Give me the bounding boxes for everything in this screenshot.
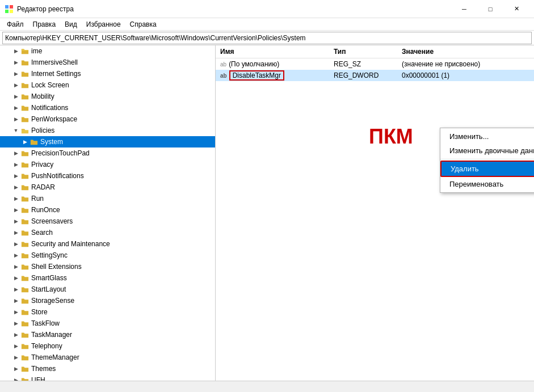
tree-label: Internet Settings bbox=[31, 70, 81, 78]
tree-item-telephony[interactable]: ▶ Telephony bbox=[0, 340, 215, 352]
tree-item-store[interactable]: ▶ Store bbox=[0, 306, 215, 318]
folder-icon bbox=[20, 307, 30, 317]
tree-item-policies[interactable]: ▼ Policies bbox=[0, 125, 215, 136]
expand-icon: ▶ bbox=[11, 307, 20, 317]
tree-item-shellextensions[interactable]: ▶ Shell Extensions bbox=[0, 261, 215, 272]
content-header: Имя Тип Значение bbox=[216, 45, 534, 58]
expand-icon: ▶ bbox=[11, 115, 20, 124]
context-menu-edit[interactable]: Изменить... bbox=[440, 129, 534, 144]
folder-icon bbox=[20, 364, 30, 373]
menu-view[interactable]: Вид bbox=[60, 18, 82, 31]
tree-label: StorageSense bbox=[31, 297, 74, 305]
tree-item-penworkspace[interactable]: ▶ PenWorkspace bbox=[0, 113, 215, 125]
folder-icon bbox=[20, 171, 30, 180]
expand-icon: ▶ bbox=[11, 171, 20, 180]
tree-item-radar[interactable]: ▶ RADAR bbox=[0, 182, 215, 193]
tree-label: Notifications bbox=[31, 104, 68, 112]
tree-label: Themes bbox=[31, 365, 56, 373]
tree-item-ime[interactable]: ▶ ime bbox=[0, 45, 215, 57]
tree-label: Shell Extensions bbox=[31, 263, 82, 271]
expand-icon: ▶ bbox=[11, 273, 20, 283]
expand-icon: ▶ bbox=[11, 239, 20, 248]
tree-item-precisiontouchpad[interactable]: ▶ PrecisionTouchPad bbox=[0, 147, 215, 159]
folder-icon bbox=[20, 92, 30, 101]
default-value-icon: ab bbox=[220, 61, 226, 68]
context-menu-edit-binary[interactable]: Изменить двоичные данные... bbox=[440, 144, 534, 158]
tree-item-notifications[interactable]: ▶ Notifications bbox=[0, 102, 215, 113]
tree-item-taskmanager[interactable]: ▶ TaskManager bbox=[0, 329, 215, 340]
tree-label: RunOnce bbox=[31, 206, 60, 214]
tree-item-privacy[interactable]: ▶ Privacy bbox=[0, 159, 215, 170]
col-type-header: Тип bbox=[329, 47, 397, 57]
expand-icon: ▶ bbox=[11, 217, 20, 226]
tree-item-smartglass[interactable]: ▶ SmartGlass bbox=[0, 272, 215, 284]
tree-item-immersiveshell[interactable]: ▶ ImmersiveShell bbox=[0, 57, 215, 68]
tree-label: ime bbox=[31, 47, 42, 55]
minimize-button[interactable]: ─ bbox=[451, 0, 477, 18]
close-button[interactable]: ✕ bbox=[503, 0, 529, 18]
context-menu-delete[interactable]: Удалить bbox=[440, 161, 534, 177]
tree-label: ThemeManager bbox=[31, 353, 79, 361]
registry-row-default[interactable]: ab (По умолчанию) REG_SZ (значение не пр… bbox=[216, 58, 534, 70]
tree-item-pushnotifications[interactable]: ▶ PushNotifications bbox=[0, 170, 215, 182]
folder-icon bbox=[20, 262, 30, 271]
expand-icon: ▶ bbox=[11, 92, 20, 101]
folder-icon bbox=[20, 205, 30, 214]
folder-icon bbox=[30, 137, 39, 146]
expand-icon: ▶ bbox=[11, 81, 20, 90]
menu-favorites[interactable]: Избранное bbox=[82, 18, 125, 31]
tree-label: Store bbox=[31, 308, 48, 316]
tree-item-system[interactable]: ▶ System bbox=[0, 136, 215, 147]
tree-label: Security and Maintenance bbox=[31, 240, 110, 248]
folder-icon bbox=[20, 273, 30, 283]
tree-item-mobility[interactable]: ▶ Mobility bbox=[0, 91, 215, 102]
tree-label: SmartGlass bbox=[31, 274, 67, 282]
tree-label: Lock Screen bbox=[31, 81, 69, 89]
context-menu-rename[interactable]: Переименовать bbox=[440, 177, 534, 191]
menu-file[interactable]: Файл bbox=[2, 18, 28, 31]
col-name-header: Имя bbox=[216, 47, 329, 57]
folder-icon bbox=[20, 296, 30, 305]
expand-icon: ▶ bbox=[11, 103, 20, 112]
tree-item-internetsettings[interactable]: ▶ Internet Settings bbox=[0, 68, 215, 79]
window-controls: ─ □ ✕ bbox=[451, 0, 529, 18]
folder-icon bbox=[20, 81, 30, 90]
expand-icon: ▶ bbox=[11, 285, 20, 294]
tree-item-search[interactable]: ▶ Search bbox=[0, 227, 215, 238]
dword-icon: ab bbox=[220, 73, 227, 79]
folder-icon bbox=[20, 330, 30, 339]
address-text[interactable]: Компьютер\HKEY_CURRENT_USER\Software\Mic… bbox=[2, 32, 532, 44]
tree-item-storagesense[interactable]: ▶ StorageSense bbox=[0, 295, 215, 306]
tree-label: System bbox=[40, 138, 63, 146]
folder-icon bbox=[20, 342, 30, 351]
tree-item-securitymaintenance[interactable]: ▶ Security and Maintenance bbox=[0, 238, 215, 250]
folder-icon bbox=[20, 239, 30, 248]
expand-icon: ▼ bbox=[11, 126, 20, 135]
tree-item-run[interactable]: ▶ Run bbox=[0, 193, 215, 204]
tree-label: Mobility bbox=[31, 92, 54, 100]
tree-pane[interactable]: ▶ ime ▶ ImmersiveShell ▶ Internet Settin… bbox=[0, 45, 216, 381]
cell-value-default: (значение не присвоено) bbox=[397, 60, 534, 68]
tree-item-ufh[interactable]: ▶ UFH bbox=[0, 374, 215, 381]
tree-item-startlayout[interactable]: ▶ StartLayout bbox=[0, 284, 215, 295]
cell-name-disabletaskmgr: ab DisableTaskMgr bbox=[216, 70, 329, 81]
tree-item-taskflow[interactable]: ▶ TaskFlow bbox=[0, 318, 215, 329]
menu-help[interactable]: Справка bbox=[125, 18, 161, 31]
folder-icon bbox=[20, 183, 30, 192]
menu-edit[interactable]: Правка bbox=[28, 18, 61, 31]
tree-item-lockscreen[interactable]: ▶ Lock Screen bbox=[0, 79, 215, 91]
folder-icon bbox=[20, 217, 30, 226]
tree-item-runonce[interactable]: ▶ RunOnce bbox=[0, 204, 215, 216]
expand-icon: ▶ bbox=[11, 353, 20, 362]
folder-icon bbox=[20, 103, 30, 112]
maximize-button[interactable]: □ bbox=[477, 0, 503, 18]
tree-label: ImmersiveShell bbox=[31, 58, 78, 66]
folder-icon bbox=[20, 285, 30, 294]
tree-item-themes[interactable]: ▶ Themes bbox=[0, 363, 215, 374]
registry-row-disabletaskmgr[interactable]: ab DisableTaskMgr REG_DWORD 0x00000001 (… bbox=[216, 70, 534, 81]
tree-item-settingsync[interactable]: ▶ SettingSync bbox=[0, 250, 215, 261]
tree-item-thememanager[interactable]: ▶ ThemeManager bbox=[0, 352, 215, 363]
tree-item-screensavers[interactable]: ▶ Screensavers bbox=[0, 216, 215, 227]
folder-icon bbox=[20, 115, 30, 124]
expand-icon: ▶ bbox=[11, 376, 20, 381]
